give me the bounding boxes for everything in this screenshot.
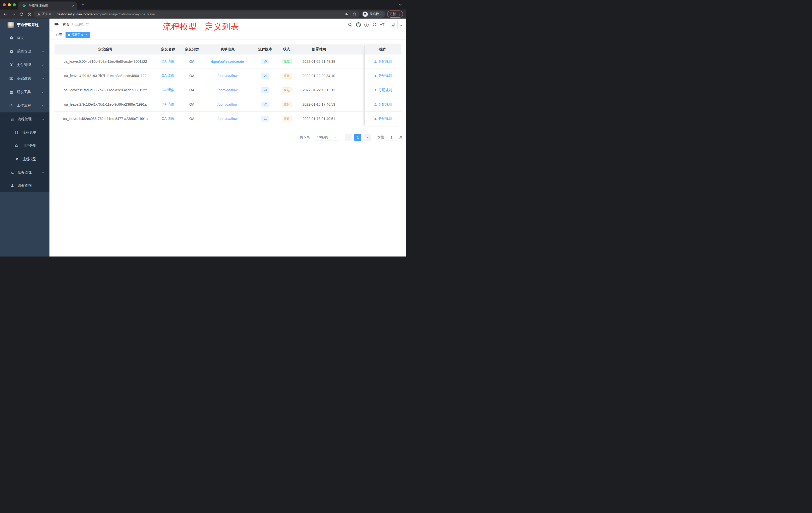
window-zoom-button[interactable] — [13, 3, 16, 6]
tag-process-definition[interactable]: 流程定义 × — [65, 32, 90, 38]
next-page-button[interactable]: › — [364, 134, 371, 141]
dashboard-icon — [9, 36, 13, 40]
help-icon[interactable]: ? — [364, 23, 369, 27]
chevron-down-icon — [41, 50, 44, 53]
assign-rule-button[interactable]: 分配规则 — [374, 59, 392, 64]
sidebar-item-workflow[interactable]: 工作流程 — [0, 99, 50, 113]
home-button[interactable] — [26, 11, 33, 18]
sidebar-item-dev-tools[interactable]: 研发工具 — [0, 85, 50, 99]
sidebar-item-home[interactable]: 首页 — [0, 31, 50, 45]
avatar-caret-icon[interactable]: ▼ — [400, 25, 402, 27]
page-unit-label: 页 — [399, 135, 403, 140]
window-close-button[interactable] — [3, 3, 6, 6]
back-button[interactable] — [2, 11, 9, 18]
breadcrumb-home[interactable]: 首页 — [62, 22, 69, 27]
assign-rule-button[interactable]: 分配规则 — [374, 117, 392, 121]
column-header: 操作 — [365, 44, 401, 55]
avatar[interactable] — [388, 20, 398, 29]
table-action-cell: 分配规则 — [365, 83, 401, 97]
table-row: oa_leave:3:1fad3d93-7b75-11ec-a3c8-acde4… — [55, 83, 363, 97]
user-icon — [374, 89, 377, 92]
form-link[interactable]: /bpm/oa/flow — [218, 117, 237, 121]
form-link[interactable]: /bpm/oa/flow — [218, 88, 237, 92]
browser-tab[interactable]: 芋道管理系统 × — [18, 1, 77, 9]
cell-deploy-time: 2022-01-16 01:40:51 — [294, 112, 344, 126]
sidebar-item-leave-query[interactable]: 请假查询 — [0, 179, 50, 192]
cell-deploy-time: 2022-01-16 17:46:53 — [294, 97, 344, 112]
column-header: 定义名称 — [156, 44, 180, 54]
sidebar-logo[interactable]: 芋道管理系统 — [0, 19, 50, 31]
sidebar-item-system[interactable]: 系统管理 — [0, 45, 50, 58]
password-key-icon[interactable] — [345, 12, 348, 16]
assign-rule-button[interactable]: 分配规则 — [374, 102, 392, 107]
security-warning-label[interactable]: 不安全 — [42, 12, 52, 16]
address-bar[interactable]: 不安全 dashboard.yudao.iocoder.cn/bpm/manag… — [34, 10, 359, 18]
sidebar-toggle-icon[interactable] — [54, 22, 59, 27]
font-size-icon[interactable]: TT — [380, 23, 384, 27]
sidebar-item-process-management[interactable]: 流程管理 — [0, 113, 50, 126]
definition-name-link[interactable]: OA 请假 — [162, 117, 174, 121]
breadcrumb-separator: / — [72, 23, 73, 27]
search-icon[interactable] — [348, 22, 352, 27]
tag-home[interactable]: 首页 — [54, 32, 64, 38]
chevron-up-icon — [41, 118, 44, 121]
chevron-down-icon — [334, 136, 337, 139]
cell-category: OA — [180, 69, 204, 83]
bookmark-star-icon[interactable] — [352, 12, 356, 16]
form-link[interactable]: /bpm/oa/flow — [218, 102, 237, 107]
table-action-cell: 分配规则 — [365, 69, 401, 83]
fullscreen-icon[interactable] — [372, 22, 377, 27]
reload-button[interactable] — [18, 11, 25, 18]
definition-name-link[interactable]: OA 请假 — [162, 73, 174, 78]
cell-category: OA — [180, 112, 204, 126]
table-row: oa_leave:5:004b710b-7b8a-11ec-8ef0-acde4… — [55, 55, 363, 69]
workflow-submenu: 流程管理 流程表单 用户分组 — [0, 113, 50, 192]
assign-rule-button[interactable]: 分配规则 — [374, 73, 392, 78]
cell-deploy-time: 2022-01-22 20:34:10 — [294, 69, 344, 83]
form-link[interactable]: /bpm/oa/leave/create — [211, 59, 244, 63]
tab-search-chevron-icon[interactable] — [399, 3, 402, 6]
sidebar-item-infrastructure[interactable]: 基础设施 — [0, 72, 50, 85]
user-icon — [374, 60, 377, 63]
sidebar-item-task-management[interactable]: 任务管理 — [0, 165, 50, 179]
version-badge: v5 — [261, 59, 269, 64]
chevron-down-icon — [41, 91, 44, 94]
monitor-icon — [9, 77, 13, 81]
prev-page-button[interactable]: ‹ — [345, 134, 352, 141]
tab-close-icon[interactable]: × — [72, 4, 74, 7]
url-path: /bpm/manager/definition?key=oa_leave — [98, 12, 155, 16]
definition-name-link[interactable]: OA 请假 — [162, 59, 174, 64]
sidebar-item-process-model[interactable]: 流程模型 — [0, 152, 50, 165]
sidebar-item-label: 任务管理 — [18, 170, 32, 175]
column-header: 表单信息 — [204, 44, 251, 54]
sidebar-item-payment[interactable]: ¥ 支付管理 — [0, 58, 50, 72]
status-badge: 挂起 — [282, 102, 292, 107]
goto-page-input[interactable] — [386, 134, 397, 141]
page-size-select[interactable]: 10条/页 — [314, 134, 339, 141]
definition-name-link[interactable]: OA 请假 — [162, 102, 174, 107]
window-minimize-button[interactable] — [8, 3, 11, 6]
app-title: 芋道管理系统 — [17, 23, 39, 27]
goto-label: 前往 — [377, 135, 384, 140]
cell-category: OA — [180, 97, 204, 112]
assign-rule-button[interactable]: 分配规则 — [374, 88, 392, 92]
sidebar-item-label: 工作流程 — [17, 103, 31, 108]
sidebar-item-user-group[interactable]: 用户分组 — [0, 139, 50, 152]
column-header: 部署时间 — [294, 44, 344, 54]
forward-button[interactable] — [10, 11, 17, 18]
sidebar-item-label: 流程管理 — [18, 117, 32, 121]
browser-update-menu-button[interactable]: 更新 ⋮ — [387, 10, 403, 18]
github-icon[interactable] — [356, 22, 361, 27]
definition-name-link[interactable]: OA 请假 — [162, 88, 174, 92]
tag-close-icon[interactable]: × — [86, 33, 88, 36]
column-header: 定义分类 — [180, 44, 204, 54]
sidebar-item-process-form[interactable]: 流程表单 — [0, 126, 50, 139]
column-header: 流程版本 — [251, 44, 279, 54]
new-tab-button[interactable]: + — [80, 2, 86, 8]
form-link[interactable]: /bpm/oa/flow — [218, 74, 237, 78]
address-divider — [54, 12, 54, 16]
table-action-cell: 分配规则 — [365, 112, 401, 126]
security-warning-icon[interactable] — [37, 12, 41, 16]
table-row: oa_leave:2:3c1f0ef1-76b1-11ec-9c66-a2380… — [55, 97, 363, 112]
page-number-current[interactable]: 1 — [354, 134, 361, 141]
